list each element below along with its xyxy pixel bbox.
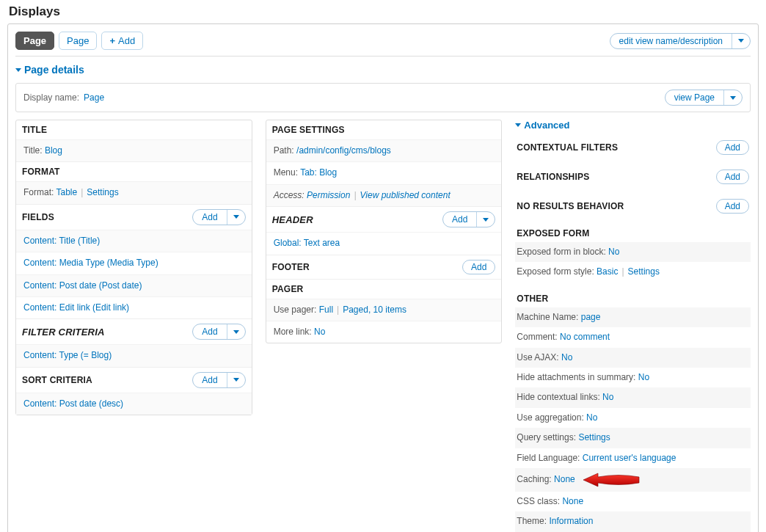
field-language-label: Field Language: — [517, 453, 580, 463]
field-language-link[interactable]: Current user's language — [583, 453, 676, 463]
hide-attachments-link[interactable]: No — [638, 372, 649, 382]
column-left: TITLE Title: Blog FORMAT Format: Table|S… — [15, 120, 252, 415]
tab-page-active[interactable]: Page — [15, 32, 54, 50]
footer-heading: FOOTER — [272, 262, 310, 272]
arrow-annotation-icon — [582, 472, 641, 488]
header-add-button[interactable]: Add — [442, 211, 495, 227]
separator: | — [621, 266, 624, 277]
path-link[interactable]: /admin/config/cms/blogs — [296, 145, 391, 156]
theme-row: Theme: Information — [515, 511, 751, 531]
view-page-label: view Page — [665, 90, 723, 105]
view-page-dropdown[interactable] — [723, 90, 742, 105]
aggregation-link[interactable]: No — [586, 412, 597, 423]
contextual-add-button[interactable]: Add — [716, 140, 749, 155]
field-language-row: Field Language: Current user's language — [515, 448, 751, 468]
title-heading: TITLE — [22, 125, 47, 135]
menu-link[interactable]: Tab: Blog — [300, 167, 337, 178]
field-link[interactable]: Content: Edit link (Edit link) — [23, 302, 129, 313]
other-heading: OTHER — [517, 294, 548, 304]
path-label: Path: — [274, 145, 294, 156]
fields-add-label: Add — [193, 210, 226, 225]
edit-view-name-label: edit view name/description — [610, 34, 732, 48]
css-class-link[interactable]: None — [562, 496, 583, 506]
sort-add-button[interactable]: Add — [192, 372, 245, 388]
relationships-add-button[interactable]: Add — [716, 170, 749, 184]
css-class-row: CSS class: None — [515, 492, 751, 511]
sort-add-label: Add — [193, 373, 226, 387]
filter-item: Content: Type (= Blog) — [16, 344, 252, 366]
relationships-heading: RELATIONSHIPS — [517, 172, 589, 182]
css-class-label: CSS class: — [517, 496, 560, 506]
access-label: Access: — [274, 190, 304, 200]
display-name-link[interactable]: Page — [84, 92, 104, 103]
caching-row: Caching: None — [515, 468, 751, 492]
format-value-link[interactable]: Table — [56, 187, 77, 197]
title-row: Title: Blog — [16, 139, 252, 161]
field-link[interactable]: Content: Title (Title) — [23, 236, 100, 246]
view-page-button[interactable]: view Page — [665, 90, 743, 106]
title-value-link[interactable]: Blog — [45, 145, 62, 156]
sort-heading: SORT CRITERIA — [22, 375, 92, 385]
access-settings-link[interactable]: View published content — [360, 190, 451, 200]
advanced-toggle[interactable]: Advanced — [515, 120, 751, 131]
field-item: Content: Title (Title) — [16, 230, 252, 252]
exposed-form-heading: EXPOSED FORM — [517, 228, 589, 238]
machine-name-link[interactable]: page — [581, 312, 601, 322]
display-name-label: Display name: — [23, 92, 79, 103]
filter-link[interactable]: Content: Type (= Blog) — [23, 350, 112, 360]
access-value-link[interactable]: Permission — [307, 190, 350, 200]
field-item: Content: Media Type (Media Type) — [16, 252, 252, 274]
separator: | — [81, 187, 83, 197]
contextual-filters-heading: CONTEXTUAL FILTERS — [517, 142, 618, 153]
format-settings-link[interactable]: Settings — [87, 187, 118, 197]
pager-use-label: Use pager: — [274, 305, 317, 315]
filter-add-button[interactable]: Add — [192, 324, 245, 340]
chevron-down-icon — [15, 68, 21, 72]
exposed-style-settings-link[interactable]: Settings — [628, 266, 660, 277]
comment-label: Comment: — [517, 332, 557, 342]
pager-settings-link[interactable]: Paged, 10 items — [343, 305, 406, 315]
filter-add-dropdown[interactable] — [227, 324, 245, 339]
page-settings-heading: PAGE SETTINGS — [272, 125, 345, 135]
field-link[interactable]: Content: Post date (Post date) — [23, 280, 142, 291]
ajax-link[interactable]: No — [561, 352, 572, 362]
machine-name-row: Machine Name: page — [515, 307, 751, 327]
header-add-dropdown[interactable] — [476, 212, 495, 227]
aggregation-label: Use aggregation: — [517, 412, 583, 423]
pager-more-row: More link: No — [266, 321, 502, 343]
caching-link[interactable]: None — [554, 474, 575, 484]
displays-container: Page Page +Add edit view name/descriptio… — [7, 23, 759, 532]
hide-contextual-link[interactable]: No — [602, 392, 613, 402]
pager-heading: PAGER — [272, 284, 304, 294]
format-label: Format: — [23, 187, 54, 197]
page-details-toggle[interactable]: Page details — [15, 64, 751, 76]
pager-value-link[interactable]: Full — [319, 305, 333, 315]
exposed-block-link[interactable]: No — [608, 247, 619, 257]
header-add-label: Add — [443, 212, 476, 227]
fields-add-button[interactable]: Add — [192, 209, 245, 225]
exposed-block-label: Exposed form in block: — [517, 247, 605, 257]
title-label: Title: — [23, 145, 43, 156]
edit-view-name-dropdown[interactable] — [732, 34, 750, 48]
query-link[interactable]: Settings — [578, 432, 610, 442]
filter-add-label: Add — [193, 324, 226, 339]
fields-add-dropdown[interactable] — [227, 210, 245, 225]
comment-link[interactable]: No comment — [560, 332, 610, 342]
tab-add-display[interactable]: +Add — [101, 32, 143, 50]
header-heading: HEADER — [272, 214, 313, 225]
query-row: Query settings: Settings — [515, 428, 751, 448]
tab-page[interactable]: Page — [59, 32, 97, 50]
footer-add-button[interactable]: Add — [462, 260, 495, 274]
field-link[interactable]: Content: Media Type (Media Type) — [23, 258, 158, 268]
theme-link[interactable]: Information — [549, 516, 593, 526]
header-link[interactable]: Global: Text area — [274, 238, 340, 248]
exposed-style-link[interactable]: Basic — [597, 266, 618, 277]
edit-view-name-button[interactable]: edit view name/description — [610, 33, 751, 49]
sort-link[interactable]: Content: Post date (desc) — [23, 398, 123, 409]
no-results-add-button[interactable]: Add — [716, 199, 749, 214]
sort-add-dropdown[interactable] — [227, 373, 245, 387]
chevron-down-icon — [515, 123, 521, 127]
hide-attachments-label: Hide attachments in summary: — [517, 372, 635, 382]
header-item: Global: Text area — [266, 232, 502, 254]
pager-more-link[interactable]: No — [314, 327, 325, 337]
